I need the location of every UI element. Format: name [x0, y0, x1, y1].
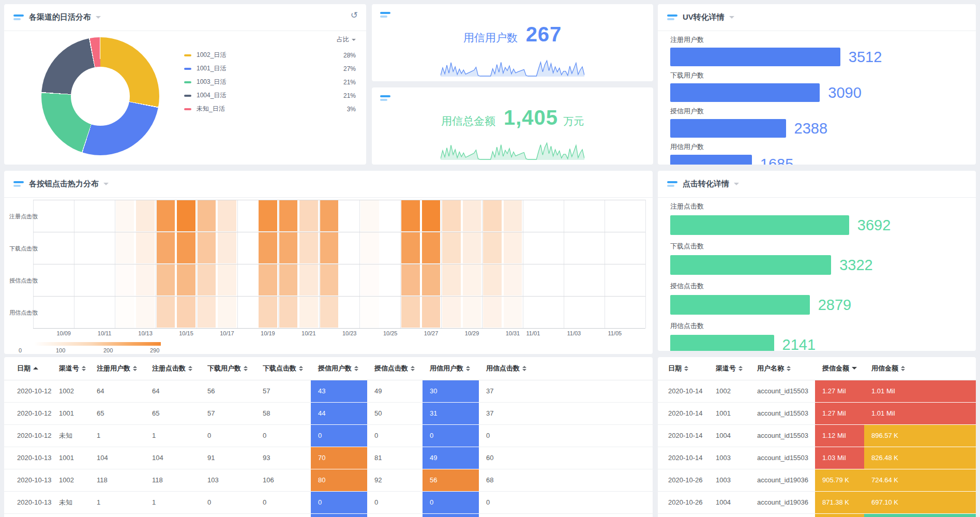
legend-item[interactable]: 1004_日活21% — [184, 91, 356, 100]
heatmap-cell-fill — [136, 232, 154, 263]
table-cell: 896.57 K — [864, 424, 976, 447]
chevron-down-icon[interactable] — [96, 16, 101, 19]
column-header[interactable]: 注册用户数 — [89, 357, 145, 380]
bar — [670, 335, 774, 351]
heatmap-cell-fill — [483, 297, 501, 328]
sort-down-icon — [787, 369, 791, 371]
column-header[interactable]: 日期 — [4, 357, 52, 380]
x-axis-tick: 10/25 — [383, 330, 398, 336]
heatmap-cell — [462, 232, 482, 264]
table-cell: 60 — [479, 447, 653, 469]
table-cell: 37 — [479, 380, 653, 402]
column-header[interactable]: 下载点击数 — [255, 357, 311, 380]
sort-down-icon — [466, 369, 470, 371]
column-header[interactable]: 下载用户数 — [200, 357, 255, 380]
heatmap-cell — [278, 296, 298, 328]
heatmap-cell-fill — [320, 232, 338, 263]
card-title: 点击转化详情 — [683, 179, 729, 189]
table-cell: 91 — [200, 447, 255, 469]
sort-icon — [852, 367, 857, 370]
table-cell: 1003 — [708, 447, 750, 469]
heatmap-cell — [258, 232, 278, 264]
column-header[interactable]: 渠道号 — [708, 357, 750, 380]
column-header[interactable]: 用信点击数 — [479, 357, 653, 380]
table-cell: 49 — [423, 447, 479, 469]
table-cell: 2020-10-12 — [4, 402, 52, 424]
x-axis-tick: 11/03 — [567, 330, 581, 336]
table-cell: 0 — [255, 424, 311, 447]
sort-up-icon — [133, 366, 137, 368]
legend-item[interactable]: 1002_日活28% — [184, 51, 356, 60]
table-row: 2020-10-141003account_id155031.03 Mil826… — [658, 447, 976, 469]
sort-up-icon — [684, 366, 688, 368]
heatmap-cell — [441, 232, 461, 264]
sort-down-icon — [522, 369, 526, 371]
heatmap-cell-fill — [401, 264, 419, 296]
heatmap-cell-fill — [360, 264, 379, 296]
column-header-inner: 注册用户数 — [97, 364, 137, 373]
bar-chart: 注册用户数3512下载用户数3090授信用户数2388用信用户数1685 — [658, 31, 976, 165]
chevron-down-icon[interactable] — [103, 183, 109, 185]
table-cell: account_id15503 — [750, 402, 815, 424]
heatmap-cell-fill — [483, 264, 501, 296]
chevron-down-icon[interactable] — [734, 183, 739, 185]
legend-item[interactable]: 1001_日活27% — [184, 64, 356, 73]
heatmap-cell — [421, 232, 441, 264]
table-cell: 1004 — [708, 491, 750, 513]
column-header[interactable]: 用信金额 — [864, 357, 976, 380]
column-header-inner: 用户名称 — [757, 364, 791, 373]
table-row: 2020-10-12未知11000000 — [4, 424, 653, 447]
legend-swatch — [184, 95, 191, 97]
column-header-label: 授信点击数 — [374, 364, 408, 373]
legend-value: 3% — [347, 106, 356, 113]
table-cell: 1.01 Mil — [864, 402, 976, 424]
x-axis-tick: 11/05 — [608, 330, 622, 336]
card-click-heatmap: 各按钮点击热力分布 注册点击数下载点击数授信点击数用信点击数 10/0910/1… — [4, 171, 653, 354]
sort-icon — [787, 366, 791, 371]
kpi-body: 用信用户数 267 — [372, 23, 653, 46]
column-header-label: 授信金额 — [822, 364, 849, 373]
heatmap-cell — [503, 232, 523, 264]
heatmap-cell-fill — [259, 264, 277, 296]
table-cell: 1.27 Mil — [815, 402, 864, 424]
column-header[interactable]: 授信金额 — [815, 357, 864, 380]
bar — [670, 83, 820, 102]
heatmap-cell — [197, 296, 217, 328]
kpi-body: 用信总金额 1,405 万元 — [372, 106, 653, 129]
funnel-row: 下载用户数3090 — [670, 71, 963, 102]
sort-icon — [299, 366, 303, 371]
heatmap-cell — [217, 200, 237, 232]
heatmap-cell-fill — [463, 297, 481, 328]
column-header[interactable]: 授信用户数 — [311, 357, 367, 380]
column-header[interactable]: 日期 — [658, 357, 708, 380]
legend-item[interactable]: 未知_日活3% — [184, 105, 356, 113]
heatmap-cell — [115, 232, 135, 264]
heatmap-cell-fill — [422, 200, 440, 231]
heatmap-color-scale[interactable] — [34, 342, 161, 346]
column-header[interactable]: 授信点击数 — [367, 357, 423, 380]
table-cell: 1 — [89, 424, 145, 447]
undo-icon[interactable]: ↺ — [351, 11, 358, 20]
sort-down-icon — [82, 369, 86, 371]
heatmap-cell — [258, 200, 278, 232]
heatmap-cell-fill — [279, 200, 297, 231]
legend-value-header[interactable]: 占比 — [184, 35, 356, 44]
bar-track: 2141 — [670, 335, 963, 351]
column-header[interactable]: 渠道号 — [52, 357, 89, 380]
sort-down-icon — [901, 369, 905, 371]
heatmap-cell-fill — [320, 200, 338, 231]
sort-up-icon — [411, 366, 415, 368]
card-channel-detail-table: 日期渠道号注册用户数注册点击数下载用户数下载点击数授信用户数授信点击数用信用户数… — [4, 357, 653, 517]
chevron-down-icon[interactable] — [729, 16, 734, 19]
table-cell — [815, 513, 864, 517]
column-header[interactable]: 注册点击数 — [145, 357, 200, 380]
column-header[interactable]: 用户名称 — [750, 357, 815, 380]
x-axis-tick: 10/27 — [424, 330, 439, 336]
legend-item[interactable]: 1003_日活21% — [184, 78, 356, 86]
heatmap-cell — [298, 200, 319, 232]
column-header[interactable]: 用信用户数 — [423, 357, 479, 380]
heatmap-cell — [197, 232, 217, 264]
sort-up-icon — [82, 366, 86, 368]
heatmap-cell-fill — [504, 200, 522, 231]
table-cell — [708, 513, 750, 517]
